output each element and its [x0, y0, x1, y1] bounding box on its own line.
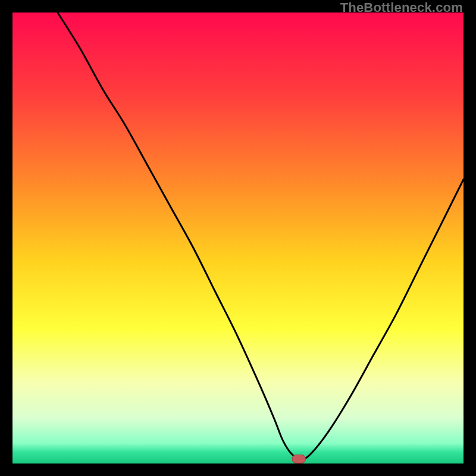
plot-area — [12, 12, 464, 464]
chart-frame: TheBottleneck.com — [0, 0, 476, 476]
optimal-point-marker — [292, 455, 305, 463]
gradient-background — [12, 12, 464, 464]
bottleneck-chart — [12, 12, 464, 464]
